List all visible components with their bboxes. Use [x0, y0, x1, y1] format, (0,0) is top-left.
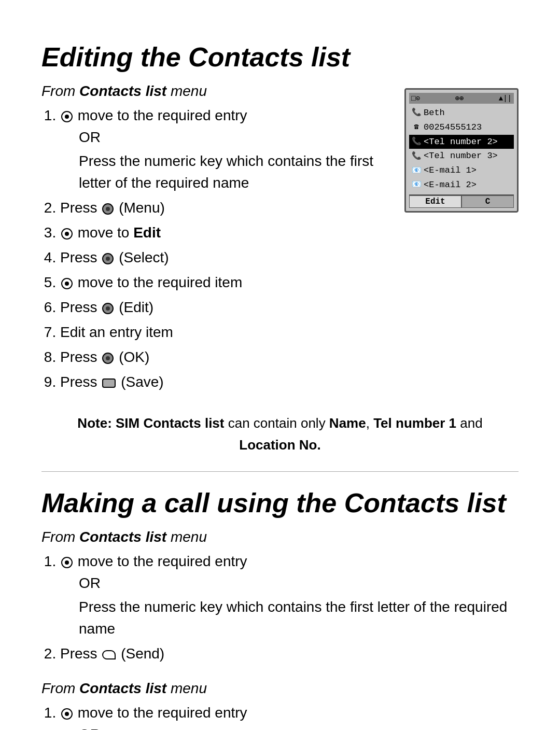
save-button-icon: [102, 378, 116, 388]
step-1-7: Edit an entry item: [60, 321, 384, 343]
phone-row-icon-4: 📞: [411, 151, 422, 162]
phone-row-icon-6: 📧: [411, 179, 422, 190]
section2-subtitle: From Contacts list menu: [41, 529, 519, 545]
phone-row-number: ☎00254555123: [409, 120, 514, 135]
joystick-icon-4: [61, 557, 73, 568]
phone-row-tel2: 📞<Tel number 2>: [409, 135, 514, 149]
ok-button-icon: [102, 353, 114, 364]
press-numeric-1: Press the numeric key which contains the…: [79, 150, 384, 194]
phone-row-email1: 📧<E-mail 1>: [409, 163, 514, 178]
phone-bottom-bar: Edit C: [409, 194, 514, 208]
step-1-3: move to Edit: [60, 222, 384, 244]
step-1-6: Press (Edit): [60, 297, 384, 318]
section1-title: Editing the Contacts list: [41, 41, 519, 73]
phone-row-tel3: 📞<Tel number 3>: [409, 149, 514, 163]
edit-button-icon: [102, 303, 114, 314]
section1-steps: move to the required entry OR Press the …: [41, 105, 384, 393]
step-1-8: Press (OK): [60, 346, 384, 368]
section2-steps-b: move to the required entry OR Press the …: [41, 702, 519, 730]
status-center: ⊕⊕: [455, 94, 464, 103]
phone-row-icon-5: 📧: [411, 165, 422, 176]
step-2b-1: move to the required entry OR Press the …: [60, 702, 519, 730]
section-divider: [41, 471, 519, 472]
step-1-1: move to the required entry OR Press the …: [60, 105, 384, 194]
soft-key-edit: Edit: [409, 195, 461, 208]
or-text-2: OR: [79, 572, 519, 594]
or-text-3: OR: [79, 724, 519, 730]
joystick-icon: [61, 111, 73, 122]
section1-subtitle: From Contacts list menu: [41, 83, 384, 100]
section2-title: Making a call using the Contacts list: [41, 487, 519, 518]
joystick-icon-3: [61, 278, 73, 289]
soft-key-c: C: [461, 195, 514, 208]
phone-row-icon-1: 📞: [411, 107, 422, 118]
step-2a-2: Press (Send): [60, 643, 519, 665]
phone-row-beth: 📞Beth: [409, 106, 514, 120]
section2-steps-a: move to the required entry OR Press the …: [41, 551, 519, 665]
phone-row-email2: 📧<E-mail 2>: [409, 178, 514, 192]
section3: From Contacts list menu move to the requ…: [41, 680, 519, 730]
status-left: □⊙: [411, 94, 420, 103]
section1-content: From Contacts list menu move to the requ…: [41, 83, 519, 397]
note-block: Note: SIM Contacts list can contain only…: [41, 413, 519, 456]
phone-screen: □⊙ ⊕⊕ ▲|| 📞Beth ☎00254555123 📞<Tel numbe…: [404, 88, 519, 213]
phone-row-icon-2: ☎: [411, 122, 422, 133]
step-1-9: Press (Save): [60, 371, 384, 393]
menu-button-icon: [102, 203, 114, 215]
joystick-icon-5: [61, 708, 73, 720]
select-button-icon: [102, 253, 114, 264]
step-1-5: move to the required item: [60, 272, 384, 293]
section2: Making a call using the Contacts list Fr…: [41, 487, 519, 730]
step-1-4: Press (Select): [60, 247, 384, 269]
send-button-icon: [102, 650, 116, 659]
phone-row-icon-3: 📞: [411, 136, 422, 147]
step-1-2: Press (Menu): [60, 197, 384, 219]
press-numeric-2: Press the numeric key which contains the…: [79, 596, 519, 640]
section3-subtitle: From Contacts list menu: [41, 680, 519, 697]
phone-status-bar: □⊙ ⊕⊕ ▲||: [409, 93, 514, 104]
or-text-1: OR: [79, 127, 384, 148]
status-right: ▲||: [499, 94, 512, 103]
step-2a-1: move to the required entry OR Press the …: [60, 551, 519, 640]
joystick-icon-2: [61, 228, 73, 240]
section1-instructions: From Contacts list menu move to the requ…: [41, 83, 384, 397]
